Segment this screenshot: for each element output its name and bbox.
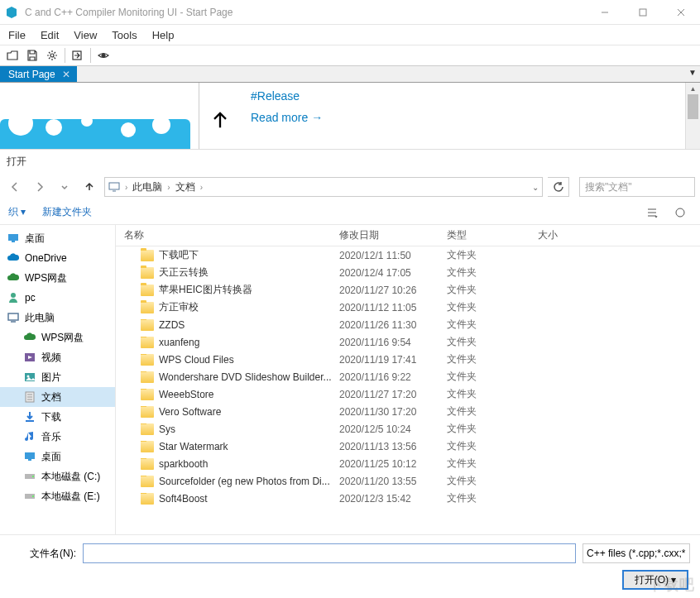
tree-item[interactable]: 桌面 (0, 228, 115, 248)
file-row[interactable]: sparkbooth2020/11/25 10:12文件夹 (116, 455, 700, 472)
svg-point-4 (50, 54, 54, 57)
file-type: 文件夹 (439, 474, 530, 488)
tree-item[interactable]: 此电脑 (0, 308, 115, 328)
tree-item-label: 文档 (41, 390, 61, 404)
save-icon[interactable] (23, 46, 41, 65)
settings-icon[interactable] (43, 46, 61, 65)
minimize-button[interactable] (586, 0, 624, 24)
file-row[interactable]: 天正云转换2020/12/4 17:05文件夹 (116, 264, 700, 281)
new-folder-button[interactable]: 新建文件夹 (42, 205, 92, 219)
file-type: 文件夹 (439, 352, 530, 366)
nav-recent-icon[interactable] (55, 177, 74, 197)
svg-rect-1 (640, 9, 646, 16)
header-size[interactable]: 大小 (530, 225, 596, 246)
filename-input[interactable] (83, 543, 576, 563)
close-button[interactable] (662, 0, 700, 24)
file-date: 2020/11/12 11:05 (331, 302, 439, 313)
folder-icon (141, 337, 154, 348)
header-date[interactable]: 修改日期 (331, 225, 439, 246)
tree-item[interactable]: 桌面 (0, 447, 115, 466)
tab-start-page[interactable]: Start Page ✕ (0, 66, 77, 82)
file-row[interactable]: Sys2020/12/5 10:24文件夹 (116, 420, 700, 438)
file-name: 方正审校 (159, 300, 199, 314)
open-button[interactable]: 打开(O) ▾ (622, 570, 688, 590)
download-icon (23, 410, 36, 423)
file-name: ZZDS (159, 319, 185, 331)
folder-icon (141, 423, 154, 435)
file-row[interactable]: 苹果HEIC图片转换器2020/11/27 10:26文件夹 (116, 281, 700, 299)
file-type: 文件夹 (439, 457, 530, 471)
nav-up-icon[interactable] (79, 177, 99, 197)
tree-item[interactable]: pc (0, 288, 115, 308)
open-icon[interactable] (3, 46, 22, 65)
eye-icon[interactable] (94, 46, 113, 65)
file-name: WPS Cloud Files (159, 354, 234, 366)
nav-forward-icon[interactable] (30, 177, 50, 197)
file-row[interactable]: 方正审校2020/11/12 11:05文件夹 (116, 299, 700, 316)
menu-edit[interactable]: Edit (41, 29, 59, 41)
tabstrip: Start Page ✕ ▼ (0, 66, 700, 83)
svg-point-28 (32, 476, 34, 477)
tree-item[interactable]: 本地磁盘 (C:) (0, 466, 115, 486)
svg-point-6 (102, 54, 105, 57)
tree-item[interactable]: 图片 (0, 367, 115, 387)
file-type: 文件夹 (439, 335, 530, 349)
file-list: 名称 修改日期 类型 大小 下载吧下2020/12/1 11:50文件夹天正云转… (116, 225, 700, 534)
tree-item-label: 桌面 (41, 450, 61, 464)
release-panel: #Release Read more → (241, 83, 685, 156)
scroll-up-icon[interactable]: ▲ (686, 83, 700, 94)
file-row[interactable]: ZZDS2020/11/26 11:30文件夹 (116, 316, 700, 333)
file-date: 2020/12/3 15:42 (331, 493, 439, 505)
tree-item[interactable]: 本地磁盘 (E:) (0, 486, 115, 506)
maximize-button[interactable] (624, 0, 662, 24)
file-row[interactable]: Star Watermark2020/11/13 13:56文件夹 (116, 438, 700, 455)
tree-item[interactable]: 音乐 (0, 427, 115, 447)
file-date: 2020/11/19 17:41 (331, 354, 439, 366)
titlebar: C and C++ Compiler Monitoring UI - Start… (0, 0, 700, 25)
help-button[interactable] (669, 203, 692, 222)
tree-item[interactable]: WPS网盘 (0, 268, 115, 288)
organize-menu[interactable]: 织 ▾ (8, 205, 26, 219)
menu-view[interactable]: View (74, 29, 97, 41)
header-type[interactable]: 类型 (439, 225, 530, 246)
file-row[interactable]: WPS Cloud Files2020/11/19 17:41文件夹 (116, 351, 700, 368)
tree-item[interactable]: 视频 (0, 347, 115, 367)
up-arrow-icon[interactable] (199, 83, 241, 156)
file-row[interactable]: WeeebStore2020/11/27 17:20文件夹 (116, 385, 700, 403)
file-name: WeeebStore (159, 389, 214, 400)
menu-help[interactable]: Help (152, 29, 175, 41)
tree-item[interactable]: 文档 (0, 387, 115, 407)
export-icon[interactable] (69, 46, 87, 65)
file-row[interactable]: Sourcefolder (eg new Photos from Di...20… (116, 472, 700, 490)
disk-icon (23, 470, 36, 483)
search-input[interactable]: 搜索"文档" (579, 177, 695, 197)
breadcrumb-folder[interactable]: 文档 (175, 180, 195, 194)
address-bar[interactable]: › 此电脑 › 文档 › ⌄ (104, 177, 543, 197)
tree-item[interactable]: WPS网盘 (0, 328, 115, 347)
file-row[interactable]: Vero Software2020/11/30 17:20文件夹 (116, 403, 700, 420)
tree-item-label: 此电脑 (25, 311, 55, 325)
file-row[interactable]: xuanfeng2020/11/16 9:54文件夹 (116, 333, 700, 351)
file-type-filter[interactable]: C++ files (*.cpp;*.cxx;* (583, 543, 690, 563)
content-scrollbar[interactable]: ▲ ▼ (685, 83, 700, 156)
tree-item[interactable]: 下载 (0, 407, 115, 427)
scrollbar-thumb[interactable] (688, 94, 698, 119)
tree-item[interactable]: OneDrive (0, 248, 115, 268)
tree-item-label: WPS网盘 (41, 331, 84, 345)
refresh-button[interactable] (548, 177, 569, 197)
menu-tools[interactable]: Tools (112, 29, 137, 41)
tab-close-icon[interactable]: ✕ (62, 69, 70, 80)
folder-icon (141, 319, 154, 331)
nav-back-icon[interactable] (5, 177, 25, 197)
tab-dropdown-icon[interactable]: ▼ (688, 68, 697, 77)
breadcrumb-root[interactable]: 此电脑 (132, 180, 162, 194)
menu-file[interactable]: File (8, 29, 26, 41)
read-more-link[interactable]: Read more → (251, 111, 675, 124)
view-mode-button[interactable] (640, 203, 664, 222)
file-type: 文件夹 (439, 387, 530, 401)
file-row[interactable]: 下载吧下2020/12/1 11:50文件夹 (116, 246, 700, 264)
header-name[interactable]: 名称 (116, 225, 331, 246)
file-row[interactable]: Soft4Boost2020/12/3 15:42文件夹 (116, 490, 700, 507)
address-dropdown-icon[interactable]: ⌄ (532, 183, 539, 192)
file-row[interactable]: Wondershare DVD Slideshow Builder...2020… (116, 368, 700, 385)
